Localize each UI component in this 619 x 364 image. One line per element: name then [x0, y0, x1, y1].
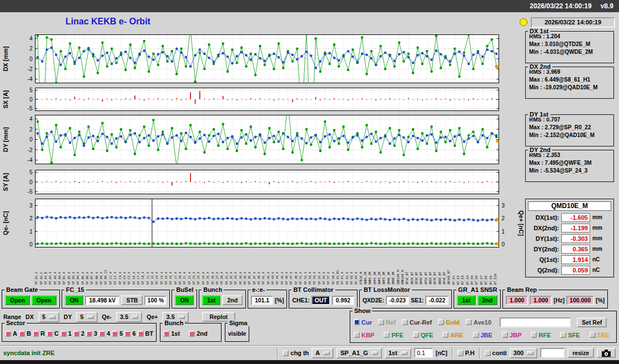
section-dropdown[interactable]: A: [311, 348, 334, 358]
statusbar-controls: chg thASP_A1_G1st[nC]P.Hconti300resize: [275, 347, 616, 358]
button-1st[interactable]: 1st: [202, 295, 220, 305]
bpm-label: SP_C4_4: [123, 249, 127, 285]
dropdown-indicator-icon: [87, 315, 94, 319]
sx-plot: 50-5SX [A]: [0, 88, 525, 113]
checkbox-indicator: [354, 319, 360, 325]
bpm-label: SP_54_4: [313, 249, 316, 285]
sector-checkbox-b[interactable]: B: [19, 330, 31, 337]
show-toggle-sfe[interactable]: SFE: [560, 332, 580, 338]
bunch-dropdown[interactable]: 1st: [385, 348, 411, 358]
conti-checkbox[interactable]: conti: [485, 350, 507, 356]
show-toggle-cur-ref[interactable]: Cur-Ref: [402, 319, 432, 326]
bunch-checkbox-2nd[interactable]: 2nd: [189, 330, 208, 337]
chg-th-checkbox[interactable]: chg th: [283, 350, 309, 356]
bpm-label: S8_61_H1: [336, 249, 340, 285]
sector-checkbox-4[interactable]: 4: [99, 330, 110, 337]
button-on[interactable]: ON: [175, 295, 194, 305]
bpm-label: BT_E9: [490, 249, 493, 285]
count-dropdown[interactable]: 300: [510, 348, 537, 358]
bpm-label: SP_C6_4: [133, 249, 136, 285]
range-dropdown-dx[interactable]: 5: [38, 312, 59, 322]
show-toggle-zre[interactable]: ZRE: [590, 332, 610, 338]
display-0-023: -0.023: [386, 296, 409, 305]
checkbox-indicator: [99, 331, 105, 337]
sector-checkbox-a[interactable]: A: [5, 330, 17, 337]
monitor-row: DY(2nd):0.365mm: [526, 244, 613, 254]
bpm-label: SP_A1_G: [35, 249, 38, 285]
dropdown-indicator-icon: [49, 315, 56, 319]
bpm-dropdown[interactable]: SP_A1_G: [336, 348, 382, 358]
group-gr-a1-snsr: GR_A1 SNSR1st2nd: [454, 290, 501, 309]
aux-input[interactable]: [540, 348, 565, 358]
range-dropdown-qe[interactable]: 3.5: [116, 312, 142, 322]
sector-checkbox-2[interactable]: 2: [73, 330, 84, 337]
checkbox-label: KBP: [361, 332, 374, 338]
show-toggle-jbp[interactable]: JBP: [502, 332, 521, 338]
sector-checkbox-r[interactable]: R: [33, 330, 45, 337]
button-open[interactable]: Open: [5, 295, 30, 305]
dropdown-indicator-icon: [401, 351, 407, 355]
stat-line: Max : 2.729@SP_R0_22: [526, 124, 613, 130]
checkbox-label: Cur-Ref: [410, 319, 432, 326]
sector-checkbox-bt[interactable]: BT: [138, 330, 154, 337]
checkbox-label: SFE: [568, 332, 580, 338]
show-toggle-qfe[interactable]: QFE: [413, 332, 434, 338]
bpm-label: SP_27_4: [216, 249, 219, 285]
monitor-row-unit: mm: [592, 235, 602, 241]
bpm-label: QFHE_3M: [387, 249, 391, 285]
set-ref-button[interactable]: Set Ref: [577, 317, 607, 327]
button-open[interactable]: Open: [32, 295, 57, 305]
sector-checkbox-5[interactable]: 5: [112, 330, 123, 337]
stat-box-legend: DY 1st: [528, 111, 550, 118]
show-toggle-rfe[interactable]: RFE: [531, 332, 551, 338]
sector-checkbox-6[interactable]: 6: [124, 330, 135, 337]
screenshot-button[interactable]: [597, 348, 616, 358]
bpm-label: SP_55_4: [318, 249, 321, 285]
bpm-label: SP_28_4: [220, 249, 224, 285]
button-2nd[interactable]: 2nd: [477, 295, 498, 305]
svg-text:5: 5: [29, 170, 33, 175]
sector-checkbox-3[interactable]: 3: [86, 330, 97, 337]
button-1st[interactable]: 1st: [457, 295, 475, 305]
camera-icon: [602, 350, 611, 357]
sector-checkbox-1[interactable]: 1: [61, 330, 72, 337]
dropdown-value: A: [315, 350, 320, 356]
show-toggle-gold[interactable]: Gold: [438, 319, 460, 326]
bpm-label: BT_E3: [461, 249, 465, 285]
ref-name-input[interactable]: [500, 317, 571, 327]
button-on[interactable]: ON: [65, 295, 84, 305]
show-toggle-are[interactable]: ARE: [442, 332, 463, 338]
checkbox-indicator: [384, 332, 390, 338]
svg-text:SY [A]: SY [A]: [2, 173, 9, 191]
checkbox-label: chg th: [290, 350, 309, 356]
group-fc-15: FC_15ON18.498 kVSTB100 %: [62, 290, 170, 309]
dropdown-value: 3.5: [120, 314, 128, 320]
bpm-label: SP_38_4: [258, 249, 261, 285]
show-toggle-pfe[interactable]: PFE: [384, 332, 403, 338]
sector-checkbox-c[interactable]: C: [47, 330, 59, 337]
show-toggle-jbe[interactable]: JBE: [473, 332, 492, 338]
checkbox-label: 6: [132, 330, 135, 337]
button-2nd[interactable]: 2nd: [222, 295, 243, 305]
checkbox-indicator: [138, 331, 144, 337]
checkbox-indicator: [402, 319, 408, 325]
dropdown-indicator-icon: [371, 351, 378, 355]
bpm-label: SP_37_4: [253, 249, 256, 285]
bunch-checkbox-1st[interactable]: 1st: [163, 330, 180, 337]
threshold-input[interactable]: [414, 348, 433, 358]
show-toggle-ave10[interactable]: Ave10: [466, 319, 491, 326]
group-legend: Beam Rep: [505, 286, 539, 293]
checkbox-indicator: [124, 331, 130, 337]
range-field-label-qe: Qe+: [147, 314, 158, 320]
ph-checkbox[interactable]: P.H: [457, 350, 475, 356]
bpm-label: SP_C1_4: [109, 249, 113, 285]
range-dropdown-dy[interactable]: 5: [76, 312, 97, 322]
checkbox-label: B: [27, 330, 31, 337]
button-stb[interactable]: STB: [121, 295, 143, 305]
show-toggle-cur[interactable]: Cur: [354, 319, 372, 326]
checkbox-label: 3: [94, 330, 97, 337]
qe-plot: 33221100Qe- [nC]Qe+ [nC]: [0, 199, 525, 250]
show-toggle-kbp[interactable]: KBP: [354, 332, 374, 338]
resize-button[interactable]: resize: [567, 348, 594, 358]
show-toggle-ref[interactable]: Ref: [378, 319, 396, 326]
